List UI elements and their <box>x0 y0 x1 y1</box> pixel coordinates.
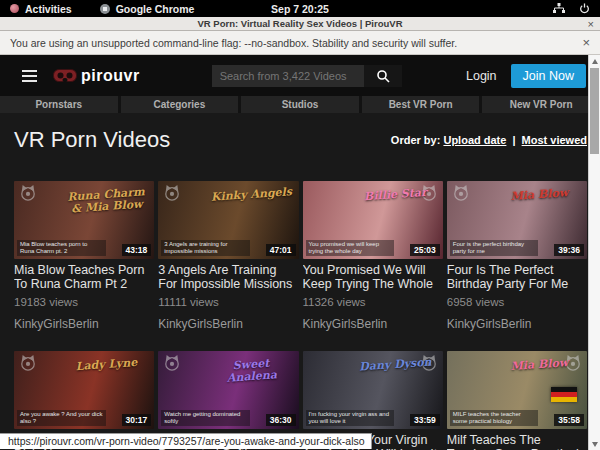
thumbnail-caption: You promised we will keep trying the who… <box>306 240 395 256</box>
search-icon <box>376 69 390 83</box>
network-icon[interactable] <box>553 3 565 14</box>
search-input[interactable] <box>212 65 364 87</box>
scrollbar-thumb[interactable] <box>590 68 599 154</box>
studio-watermark-cat-icon <box>163 355 181 371</box>
video-studio-link[interactable]: KinkyGirlsBerlin <box>14 317 154 331</box>
studio-watermark-cat-icon <box>163 185 181 201</box>
video-studio-link[interactable]: KinkyGirlsBerlin <box>447 317 587 331</box>
video-duration-badge: 43:18 <box>122 244 152 256</box>
power-icon[interactable] <box>579 3 590 14</box>
search-button[interactable] <box>364 65 402 87</box>
video-card[interactable]: Runa Charm & Mia Blow Mia Blow teaches p… <box>14 181 154 331</box>
browser-notice-bar: You are using an unsupported command-lin… <box>0 31 600 55</box>
nav-item-studios[interactable]: Studios <box>241 96 359 113</box>
video-card[interactable]: Billie Star You promised we will keep tr… <box>303 181 443 331</box>
video-duration-badge: 36:30 <box>266 414 296 426</box>
video-views: 11111 views <box>158 296 298 308</box>
site-header: pirouvr Login Join Now <box>0 55 600 96</box>
video-title-link[interactable]: Milf Teaches The Teacher Some Practical … <box>447 434 587 450</box>
video-duration-badge: 25:03 <box>410 244 440 256</box>
nav-item-categories[interactable]: Categories <box>121 96 239 113</box>
nav-item-new-vr-porn[interactable]: New VR Porn <box>482 96 600 113</box>
screen: Activities Google Chrome Sep 7 20:25 VR … <box>0 0 600 450</box>
order-separator: | <box>512 134 515 146</box>
main-nav: PornstarsCategoriesStudiosBest VR PornNe… <box>0 96 600 113</box>
video-views: 6958 views <box>447 296 587 308</box>
video-duration-badge: 35:58 <box>554 414 584 426</box>
video-thumbnail[interactable]: Lady Lyne Are you awake ? And your dick … <box>14 351 154 429</box>
thumbnail-caption: Watch me getting dominated softly <box>161 410 250 426</box>
vertical-scrollbar[interactable] <box>588 55 600 450</box>
thumbnail-overlay-title: Dany Dyson <box>351 356 439 374</box>
status-url-tooltip: https://pirouvr.com/vr-porn-video/779325… <box>0 433 372 449</box>
german-flag-icon <box>551 387 577 402</box>
thumbnail-caption: Mia Blow teaches porn to Runa Charm pt. … <box>17 240 106 256</box>
thumbnail-caption: 3 Angels are training for impossible mis… <box>161 240 250 256</box>
distro-icon <box>10 4 19 13</box>
thumbnail-overlay-title: Runa Charm & Mia Blow <box>63 186 151 216</box>
video-thumbnail[interactable]: Kinky Angels 3 Angels are training for i… <box>158 181 298 259</box>
order-upload-date-link[interactable]: Upload date <box>443 134 506 146</box>
video-thumbnail[interactable]: Sweet Analena Watch me getting dominated… <box>158 351 298 429</box>
video-duration-badge: 39:36 <box>554 244 584 256</box>
video-thumbnail[interactable]: Dany Dyson I'm fucking your virgin ass a… <box>303 351 443 429</box>
login-link[interactable]: Login <box>466 69 497 83</box>
scroll-up-arrow-icon[interactable] <box>589 55 600 67</box>
video-thumbnail[interactable]: Mia Blow Four is the perfect birthday pa… <box>447 181 587 259</box>
activities-button[interactable]: Activities <box>25 3 72 15</box>
thumbnail-overlay-title: Billie Star <box>351 186 439 204</box>
chrome-icon <box>100 4 110 14</box>
thumbnail-caption: Four is the perfect birthday party for m… <box>450 240 539 256</box>
logo-text: pirouvr <box>81 67 140 85</box>
video-views: 19183 views <box>14 296 154 308</box>
video-studio-link[interactable]: KinkyGirlsBerlin <box>158 317 298 331</box>
nav-item-pornstars[interactable]: Pornstars <box>0 96 118 113</box>
site-logo[interactable]: pirouvr <box>53 67 140 85</box>
studio-watermark-cat-icon <box>452 185 470 201</box>
thumbnail-overlay-title: Sweet Analena <box>207 356 295 386</box>
nav-item-best-vr-porn[interactable]: Best VR Porn <box>362 96 480 113</box>
order-by-label: Order by: <box>391 134 441 146</box>
vr-headset-icon <box>53 69 77 82</box>
video-thumbnail[interactable]: Billie Star You promised we will keep tr… <box>303 181 443 259</box>
video-thumbnail[interactable]: Mia Blow MILF teaches the teacher some p… <box>447 351 587 429</box>
video-grid: Runa Charm & Mia Blow Mia Blow teaches p… <box>14 181 587 450</box>
video-duration-badge: 47:01 <box>266 244 296 256</box>
thumbnail-caption: MILF teaches the teacher some practical … <box>450 410 539 426</box>
video-studio-link[interactable]: KinkyGirlsBerlin <box>303 317 443 331</box>
thumbnail-overlay-title: Mia Blow <box>496 356 584 374</box>
video-duration-badge: 30:17 <box>122 414 152 426</box>
menu-icon[interactable] <box>22 70 37 82</box>
video-title-link[interactable]: Four Is The Perfect Birthday Party For M… <box>447 264 587 291</box>
video-title-link[interactable]: 3 Angels Are Training For Impossible Mis… <box>158 264 298 291</box>
video-card[interactable]: Mia Blow Four is the perfect birthday pa… <box>447 181 587 331</box>
order-by: Order by: Upload date | Most viewed <box>391 134 587 146</box>
system-top-bar: Activities Google Chrome Sep 7 20:25 <box>0 0 600 17</box>
window-titlebar[interactable]: VR Porn: Virtual Reality Sex Videos | Pi… <box>0 17 600 31</box>
video-card[interactable]: Kinky Angels 3 Angels are training for i… <box>158 181 298 331</box>
studio-watermark-cat-icon <box>19 355 37 371</box>
thumbnail-caption: Are you awake ? And your dick also ? <box>17 410 106 426</box>
page-title: VR Porn Videos <box>14 127 170 153</box>
video-title-link[interactable]: Mia Blow Teaches Porn To Runa Charm Pt 2 <box>14 264 154 291</box>
join-now-button[interactable]: Join Now <box>511 64 586 88</box>
video-title-link[interactable]: You Promised We Will Keep Trying The Who… <box>303 264 443 291</box>
window-close-icon[interactable]: × <box>588 19 594 29</box>
video-card[interactable]: Mia Blow MILF teaches the teacher some p… <box>447 351 587 450</box>
order-most-viewed-link[interactable]: Most viewed <box>522 134 587 146</box>
video-thumbnail[interactable]: Runa Charm & Mia Blow Mia Blow teaches p… <box>14 181 154 259</box>
video-views: 11326 views <box>303 296 443 308</box>
thumbnail-overlay-title: Kinky Angels <box>207 186 295 204</box>
thumbnail-overlay-title: Lady Lyne <box>63 356 151 374</box>
studio-watermark-cat-icon <box>19 185 37 201</box>
focused-app-menu[interactable]: Google Chrome <box>116 3 195 15</box>
video-duration-badge: 33:59 <box>410 414 440 426</box>
window-title: VR Porn: Virtual Reality Sex Videos | Pi… <box>0 18 600 29</box>
notice-text: You are using an unsupported command-lin… <box>10 37 457 49</box>
thumbnail-overlay-title: Mia Blow <box>496 186 584 204</box>
scroll-down-arrow-icon[interactable] <box>589 438 600 450</box>
page-content: VR Porn Videos Order by: Upload date | M… <box>0 127 600 450</box>
thumbnail-caption: I'm fucking your virgin ass and you will… <box>306 410 395 426</box>
notice-close-icon[interactable]: × <box>582 35 590 50</box>
